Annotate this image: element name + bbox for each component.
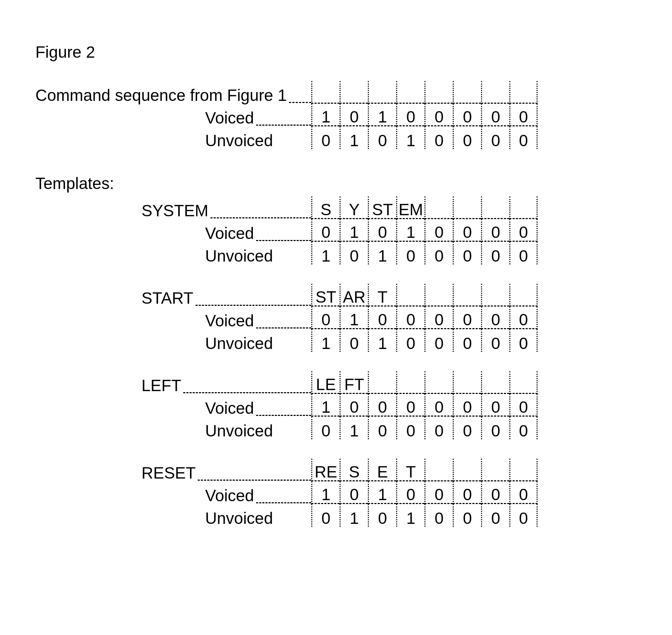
data-cell: 1 [340, 504, 368, 527]
figure-page: Figure 2 Command sequence from Figure 1 [0, 0, 672, 635]
command-sequence-caption: Command sequence from Figure 1 [35, 87, 287, 104]
template-header-row: SYSTEMSYSTEM [35, 196, 637, 219]
data-cell: 0 [311, 417, 340, 439]
template-header-cell [453, 371, 481, 394]
data-cell: 0 [481, 329, 509, 352]
data-cell: 1 [340, 307, 368, 329]
template-header-cell [424, 459, 453, 481]
data-cell: 0 [509, 481, 538, 504]
command-sequence-header-row: Command sequence from Figure 1 [35, 81, 637, 104]
data-cell: 1 [311, 481, 340, 504]
row-label-voiced: Voiced [35, 225, 254, 242]
template-unvoiced-row: Unvoiced01000000 [35, 417, 637, 439]
template-unvoiced-row: Unvoiced10100000 [35, 329, 637, 352]
data-cell: 0 [368, 394, 396, 417]
data-cell: 1 [340, 219, 368, 242]
data-cell: 0 [368, 504, 396, 527]
hdr-cell [424, 81, 453, 104]
data-cell: 0 [396, 394, 424, 417]
data-cell: 0 [509, 307, 538, 329]
data-cell: 0 [311, 126, 340, 149]
data-cell: 0 [509, 219, 538, 242]
template-voiced-row: Voiced01010000 [35, 219, 637, 242]
data-cell: 0 [424, 219, 453, 242]
template-header-cell: E [368, 459, 396, 481]
data-cell: 1 [396, 126, 424, 149]
data-cell: 0 [368, 126, 396, 149]
template-name: LEFT [35, 377, 181, 394]
command-unvoiced-row: Unvoiced 0 1 0 1 0 0 0 0 [35, 126, 637, 149]
data-cell: 0 [453, 104, 481, 126]
data-cell: 1 [368, 329, 396, 352]
template-header-cell [481, 196, 509, 219]
template-header-cell: FT [340, 371, 368, 394]
data-cell: 1 [396, 219, 424, 242]
row-label-unvoiced: Unvoiced [35, 132, 273, 149]
data-cell: 0 [509, 394, 538, 417]
row-label-voiced: Voiced [35, 109, 254, 126]
data-cell: 0 [368, 219, 396, 242]
data-cell: 0 [481, 417, 509, 439]
template-voiced-row: Voiced10100000 [35, 481, 637, 504]
template-header-cell [453, 284, 481, 307]
template-header-cell: AR [340, 284, 368, 307]
data-cell: 0 [424, 307, 453, 329]
hdr-cell [311, 81, 340, 104]
hdr-cell [453, 81, 481, 104]
hdr-cell [340, 81, 368, 104]
hdr-cell [368, 81, 396, 104]
figure-label: Figure 2 [35, 42, 637, 62]
row-label-voiced: Voiced [35, 487, 254, 504]
template-header-cell [481, 371, 509, 394]
data-cell: 0 [481, 219, 509, 242]
data-cell: 0 [311, 219, 340, 242]
data-cell: 0 [509, 242, 538, 264]
data-cell: 0 [340, 481, 368, 504]
data-cell: 0 [453, 126, 481, 149]
data-cell: 0 [453, 504, 481, 527]
hdr-cell [396, 81, 424, 104]
data-cell: 0 [396, 481, 424, 504]
hdr-cell [481, 81, 509, 104]
command-voiced-row: Voiced 1 0 1 0 0 0 0 0 [35, 104, 637, 126]
data-cell: 0 [396, 307, 424, 329]
data-cell: 0 [368, 417, 396, 439]
data-cell: 0 [368, 307, 396, 329]
template-header-cell: T [396, 459, 424, 481]
data-cell: 0 [509, 126, 538, 149]
template-header-cell [509, 459, 538, 481]
data-cell: 0 [453, 219, 481, 242]
templates-container: SYSTEMSYSTEMVoiced01010000Unvoiced101000… [35, 196, 637, 527]
template-header-cell [509, 371, 538, 394]
template-header-cell [368, 371, 396, 394]
data-cell: 0 [340, 394, 368, 417]
data-cell: 1 [368, 242, 396, 264]
data-cell: 0 [396, 242, 424, 264]
data-cell: 0 [481, 126, 509, 149]
template-block: LEFTLEFTVoiced10000000Unvoiced01000000 [35, 371, 637, 439]
template-header-cell [396, 371, 424, 394]
data-cell: 0 [424, 242, 453, 264]
data-cell: 0 [481, 504, 509, 527]
command-sequence-header-cells [311, 81, 538, 104]
template-header-cell [424, 284, 453, 307]
template-header-row: RESETRESET [35, 459, 637, 481]
template-header-cell [481, 284, 509, 307]
data-cell: 0 [424, 481, 453, 504]
template-block: STARTSTARTVoiced01000000Unvoiced10100000 [35, 284, 637, 352]
row-label-unvoiced: Unvoiced [35, 510, 273, 527]
data-cell: 0 [453, 394, 481, 417]
data-cell: 0 [481, 307, 509, 329]
row-label-unvoiced: Unvoiced [35, 335, 273, 352]
data-cell: 0 [424, 329, 453, 352]
row-label-voiced: Voiced [35, 312, 254, 329]
template-header-cell: S [311, 196, 340, 219]
data-cell: 1 [396, 504, 424, 527]
data-cell: 0 [396, 104, 424, 126]
data-cell: 0 [424, 504, 453, 527]
template-header-cell [453, 459, 481, 481]
data-cell: 0 [481, 481, 509, 504]
data-cell: 0 [424, 417, 453, 439]
template-header-cell: S [340, 459, 368, 481]
data-cell: 0 [509, 504, 538, 527]
